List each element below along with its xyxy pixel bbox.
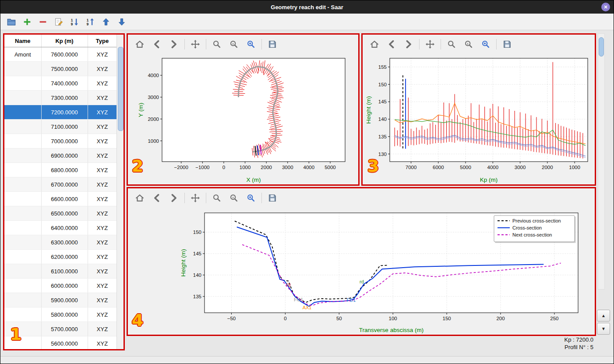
table-row[interactable]: 6700.0000XYZ — [4, 177, 117, 192]
scroll-down-button[interactable]: ▼ — [597, 323, 610, 335]
table-scrollbar[interactable] — [116, 35, 124, 349]
move-up-button[interactable] — [99, 15, 113, 28]
open-button[interactable] — [5, 15, 18, 28]
zoom-button[interactable] — [210, 191, 223, 205]
vertical-scrollbar-thumb[interactable] — [599, 37, 604, 57]
back-icon — [152, 39, 162, 49]
zoom-info-button[interactable] — [462, 38, 475, 51]
svg-text:Previous cross-section: Previous cross-section — [512, 218, 561, 223]
table-row[interactable]: 7200.0000XYZ — [4, 105, 117, 120]
toolbar-separator — [496, 39, 497, 49]
save-icon — [502, 39, 512, 49]
table-row[interactable]: 6100.0000XYZ — [4, 264, 117, 279]
table-row[interactable]: 6400.0000XYZ — [4, 221, 117, 235]
save-icon — [268, 39, 277, 49]
zoom-button[interactable] — [445, 38, 458, 51]
svg-text:Next cross-section: Next cross-section — [512, 232, 552, 237]
zoom-info-icon — [464, 39, 473, 49]
sort-ascending-button[interactable]: 19 — [68, 15, 81, 28]
vertical-scrollbar[interactable] — [598, 33, 605, 290]
table-row[interactable]: 7100.0000XYZ — [4, 120, 117, 134]
cross-section-table: NameKp (m)Type Amont7600.0000XYZ7500.000… — [4, 35, 117, 349]
home-button[interactable] — [133, 38, 146, 51]
plan-plot-toolbar — [128, 35, 358, 54]
zoom-button[interactable] — [210, 38, 223, 51]
save-button[interactable] — [501, 38, 514, 51]
svg-text:145: 145 — [378, 99, 387, 104]
svg-text:250: 250 — [550, 316, 558, 321]
table-scrollbar-thumb[interactable] — [118, 47, 124, 131]
home-button[interactable] — [133, 191, 146, 205]
back-button[interactable] — [385, 38, 398, 51]
table-area: NameKp (m)Type Amont7600.0000XYZ7500.000… — [4, 35, 117, 349]
save-button[interactable] — [266, 38, 279, 51]
toolbar-separator — [206, 39, 206, 49]
zoom-icon — [447, 39, 456, 49]
table-row[interactable]: 6800.0000XYZ — [4, 163, 117, 177]
zoom-select-button[interactable] — [479, 38, 492, 51]
titlebar[interactable]: Geometry reach edit - Saar ✕ — [0, 0, 614, 14]
save-button[interactable] — [266, 191, 279, 205]
svg-text:0: 0 — [222, 165, 225, 170]
table-row[interactable]: 6200.0000XYZ — [4, 250, 117, 264]
plan-view-chart[interactable]: −2000−1000010002000300040005000100020003… — [128, 54, 358, 184]
table-row[interactable]: 6900.0000XYZ — [4, 148, 117, 163]
table-row[interactable]: 7500.0000XYZ — [4, 62, 117, 76]
pan-button[interactable] — [423, 38, 437, 51]
sort-descending-button[interactable]: 19 — [84, 15, 97, 28]
svg-text:140: 140 — [378, 117, 387, 122]
table-row[interactable]: Amont7600.0000XYZ — [4, 47, 117, 62]
zoom-info-icon — [229, 39, 239, 49]
home-button[interactable] — [368, 38, 381, 51]
zoom-select-button[interactable] — [244, 38, 258, 51]
column-header: Name — [4, 35, 41, 47]
pan-icon — [425, 39, 435, 49]
toolbar-separator — [261, 39, 262, 49]
zoom-info-button[interactable] — [227, 191, 240, 205]
back-button[interactable] — [150, 191, 163, 205]
add-cross-section-button[interactable] — [21, 15, 34, 28]
table-row[interactable]: 5900.0000XYZ — [4, 293, 117, 307]
sort-descending-icon: 19 — [85, 17, 95, 27]
svg-text:4000: 4000 — [487, 165, 499, 170]
window-title: Geometry reach edit - Saar — [271, 4, 343, 11]
svg-text:130: 130 — [378, 152, 387, 157]
table-row[interactable]: 6000.0000XYZ — [4, 279, 117, 293]
forward-icon — [169, 39, 179, 49]
table-row[interactable]: 7300.0000XYZ — [4, 91, 117, 105]
plan-view-panel: −2000−1000010002000300040005000100020003… — [127, 33, 360, 186]
zoom-info-button[interactable] — [227, 38, 240, 51]
toolbar-separator — [184, 39, 185, 49]
forward-button[interactable] — [167, 38, 180, 51]
pan-button[interactable] — [189, 38, 202, 51]
toolbar-separator — [206, 193, 206, 203]
pan-button[interactable] — [189, 191, 202, 205]
table-row[interactable]: 6300.0000XYZ — [4, 235, 117, 250]
table-row[interactable]: 7000.0000XYZ — [4, 134, 117, 148]
move-down-button[interactable] — [115, 15, 128, 28]
cross-section-chart[interactable]: −50050100150200250135140145150Transverse… — [128, 208, 595, 335]
home-icon — [135, 193, 145, 203]
forward-button[interactable] — [402, 38, 415, 51]
close-button[interactable]: ✕ — [601, 3, 610, 11]
svg-text:9: 9 — [71, 22, 73, 26]
back-button[interactable] — [150, 38, 163, 51]
toolbar-separator — [419, 39, 420, 49]
table-row[interactable]: 7400.0000XYZ — [4, 76, 117, 91]
back-icon — [152, 193, 162, 203]
edit-button[interactable] — [52, 15, 65, 28]
longitudinal-profile-chart[interactable]: 7000600050004000300020001000130135140145… — [363, 54, 595, 184]
forward-icon — [169, 193, 179, 203]
forward-button[interactable] — [167, 191, 180, 205]
table-row[interactable]: 5800.0000XYZ — [4, 307, 117, 322]
remove-cross-section-button[interactable] — [36, 15, 49, 28]
svg-text:5000: 5000 — [460, 165, 471, 170]
zoom-select-button[interactable] — [244, 191, 258, 205]
scroll-up-button[interactable]: ▲ — [597, 310, 610, 322]
table-row[interactable]: 6500.0000XYZ — [4, 206, 117, 221]
svg-text:1000: 1000 — [148, 138, 159, 144]
svg-text:Kp (m): Kp (m) — [480, 177, 498, 183]
table-row[interactable]: 6600.0000XYZ — [4, 192, 117, 206]
table-header-row: NameKp (m)Type — [4, 35, 117, 47]
cross-section-table-panel: NameKp (m)Type Amont7600.0000XYZ7500.000… — [3, 33, 125, 350]
